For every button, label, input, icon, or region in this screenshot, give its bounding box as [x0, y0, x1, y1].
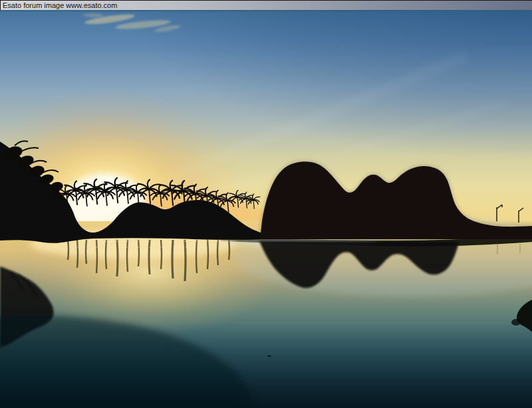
photo-top-edge — [0, 10, 532, 12]
caption-bar: Esato forum image www.esato.com — [0, 0, 532, 10]
caption-text: Esato forum image www.esato.com — [3, 1, 117, 10]
photo-frame — [0, 10, 532, 408]
sunset-bay-photo — [0, 10, 532, 408]
